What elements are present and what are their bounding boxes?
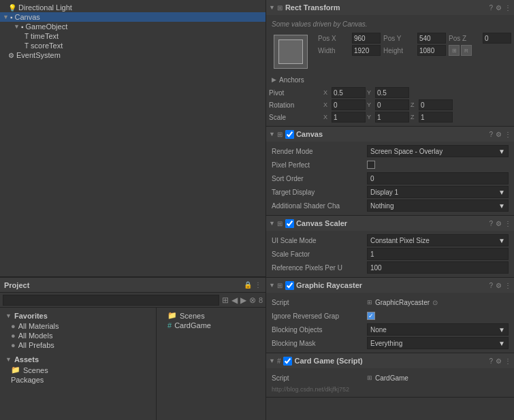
additional-shader-dropdown[interactable]: Nothing ▼ (367, 199, 509, 212)
pos-y-input[interactable] (417, 33, 446, 44)
target-display-dropdown[interactable]: Display 1 ▼ (367, 186, 509, 198)
blocking-mask-arrow: ▼ (498, 340, 505, 347)
tree-item-scoretext[interactable]: T scoreText (0, 41, 266, 50)
ignore-reversed-label: Ignore Reversed Grap (272, 312, 367, 320)
ui-scale-mode-arrow: ▼ (498, 237, 505, 244)
card-game-header[interactable]: ▼ # Card Game (Script) ? ⚙ ⋮ (266, 353, 514, 368)
gr-more-icon[interactable]: ⋮ (504, 282, 511, 289)
project-item-cardgame[interactable]: # CardGame (157, 321, 266, 330)
toolbar-back-icon[interactable]: ◀ (231, 295, 238, 305)
pivot-group: X Y (323, 87, 511, 98)
render-mode-arrow: ▼ (498, 148, 505, 155)
toolbar-close-icon[interactable]: ⊗ (249, 295, 256, 305)
scoretext-icon: T (25, 42, 29, 50)
scale-x-input[interactable] (332, 112, 366, 123)
pixel-perfect-checkbox[interactable] (367, 161, 375, 169)
cg-enable-checkbox[interactable] (283, 357, 292, 366)
tree-item-canvas[interactable]: ▼ ▪ Canvas (0, 12, 266, 22)
cg-more-icon[interactable]: ⋮ (504, 357, 511, 365)
scaler-more-icon[interactable]: ⋮ (504, 220, 511, 227)
height-input[interactable] (417, 45, 446, 56)
rt-more-icon[interactable]: ⋮ (504, 4, 511, 12)
project-item-all-materials[interactable]: ● All Materials (0, 321, 156, 331)
rotation-z-input[interactable] (419, 99, 453, 110)
rotation-x-input[interactable] (332, 99, 366, 110)
additional-shader-row: Additional Shader Cha Nothing ▼ (266, 199, 514, 212)
blocking-objects-dropdown[interactable]: None ▼ (367, 323, 509, 336)
gr-settings-icon[interactable]: ⚙ (496, 282, 502, 289)
rect-transform-title: Rect Transform (285, 3, 489, 12)
scale-y-input[interactable] (375, 112, 409, 123)
graphic-raycaster-header[interactable]: ▼ ⊞ Graphic Raycaster ? ⚙ ⋮ (266, 278, 514, 293)
gr-script-link[interactable]: ⊙ (432, 299, 438, 306)
rect-transform-header[interactable]: ▼ ⊞ Rect Transform ? ⚙ ⋮ (266, 0, 514, 15)
pivot-x-input[interactable] (332, 87, 366, 98)
project-item-scenes[interactable]: 📁 Scenes (157, 310, 266, 321)
canvas-help-icon[interactable]: ? (489, 131, 493, 138)
rt-note: Some values driven by Canvas. (266, 18, 514, 31)
cg-settings-icon[interactable]: ⚙ (496, 357, 502, 365)
additional-shader-value: Nothing (370, 202, 393, 210)
gr-help-icon[interactable]: ? (489, 282, 493, 289)
scale-x-axis: X (323, 114, 330, 120)
additional-shader-label: Additional Shader Cha (272, 202, 367, 210)
project-header-icons: 🔒 ⋮ (244, 281, 261, 289)
tree-item-eventsystem[interactable]: ⚙ EventSystem (0, 50, 266, 60)
tree-item-timetext[interactable]: T timeText (0, 31, 266, 41)
scale-factor-input[interactable] (367, 248, 509, 260)
rect-transform-body: Some values driven by Canvas. Pos X (266, 15, 514, 126)
height-label: Height (383, 47, 417, 54)
rotation-y-input[interactable] (375, 99, 409, 110)
scale-z-input[interactable] (419, 112, 453, 123)
lock-icon[interactable]: 🔒 (244, 281, 252, 289)
scaler-enable-checkbox[interactable] (285, 219, 294, 228)
tree-item-gameobject[interactable]: ▼ ▪ GameObject (0, 22, 266, 31)
pos-x-input[interactable] (352, 33, 381, 44)
sort-order-input[interactable] (367, 172, 509, 184)
rt-help-icon[interactable]: ? (489, 4, 493, 12)
constrain-icon[interactable]: ⊞ (449, 45, 460, 56)
scale-label: Scale (269, 114, 323, 121)
scale-z-axis: Z (411, 114, 417, 120)
canvas-settings-icon[interactable]: ⚙ (496, 131, 502, 138)
gr-enable-checkbox[interactable] (285, 281, 294, 290)
project-item-scenes-fav[interactable]: 📁 Scenes (0, 365, 156, 375)
project-item-all-prefabs[interactable]: ● All Prefabs (0, 340, 156, 350)
more-icon[interactable]: ⋮ (255, 281, 261, 289)
ui-scale-mode-value: Constant Pixel Size (370, 237, 430, 244)
ignore-reversed-checkbox[interactable] (367, 312, 375, 320)
cg-script-icon: ⊞ (367, 374, 372, 381)
r-button[interactable]: R (461, 45, 472, 56)
ref-pixels-input[interactable] (367, 261, 509, 274)
gr-collapse-arrow: ▼ (269, 282, 275, 289)
anchors-row[interactable]: ▶ Anchors (266, 73, 514, 86)
target-display-label: Target Display (272, 189, 367, 196)
canvas-header[interactable]: ▼ ⊞ Canvas ? ⚙ ⋮ (266, 127, 514, 142)
card-game-section: ▼ # Card Game (Script) ? ⚙ ⋮ Script ⊞ Ca… (266, 353, 514, 398)
toolbar-forward-icon[interactable]: ▶ (240, 295, 246, 305)
canvas-scaler-body: UI Scale Mode Constant Pixel Size ▼ Scal… (266, 231, 514, 277)
project-item-all-models[interactable]: ● All Models (0, 331, 156, 340)
canvas-scaler-header[interactable]: ▼ ⊞ Canvas Scaler ? ⚙ ⋮ (266, 216, 514, 231)
graphic-raycaster-body: Script ⊞ GraphicRaycaster ⊙ Ignore Rever… (266, 293, 514, 353)
cg-help-icon[interactable]: ? (489, 357, 493, 365)
toolbar-grid-icon[interactable]: ⊞ (222, 295, 229, 305)
rt-icon: ⊞ (277, 4, 283, 12)
width-input[interactable] (352, 45, 381, 56)
scaler-settings-icon[interactable]: ⚙ (496, 220, 502, 227)
cg-actions: ? ⚙ ⋮ (489, 357, 511, 365)
assets-header: ▼ Assets (0, 354, 156, 365)
rt-settings-icon[interactable]: ⚙ (496, 4, 502, 12)
canvas-enable-checkbox[interactable] (285, 130, 294, 139)
scaler-help-icon[interactable]: ? (489, 220, 493, 227)
assets-label: Assets (14, 355, 39, 364)
ui-scale-mode-dropdown[interactable]: Constant Pixel Size ▼ (367, 234, 509, 246)
blocking-mask-dropdown[interactable]: Everything ▼ (367, 337, 509, 349)
pos-z-input[interactable] (483, 33, 511, 44)
tree-item-directional-light[interactable]: 💡 Directional Light (0, 3, 266, 12)
render-mode-dropdown[interactable]: Screen Space - Overlay ▼ (367, 145, 509, 157)
project-item-packages[interactable]: Packages (0, 375, 156, 385)
project-search-input[interactable] (3, 295, 219, 306)
canvas-more-icon[interactable]: ⋮ (504, 131, 511, 138)
pivot-y-input[interactable] (375, 87, 409, 98)
